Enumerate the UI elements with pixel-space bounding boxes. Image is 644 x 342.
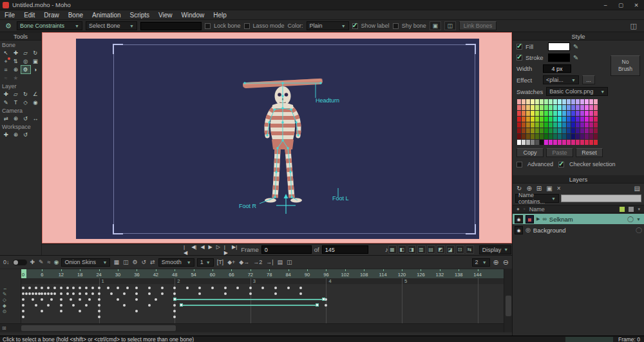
keyframe-dot[interactable] <box>161 287 164 289</box>
color-swatch[interactable] <box>571 134 575 139</box>
fill-color-swatch[interactable] <box>548 43 570 51</box>
view-swap-icon[interactable]: ⇆ <box>466 245 474 254</box>
color-swatch[interactable] <box>549 122 553 128</box>
keyframe-dot[interactable] <box>249 292 252 295</box>
keyframe-dot[interactable] <box>53 292 56 295</box>
color-swatch[interactable] <box>540 134 544 139</box>
keyframe-dot[interactable] <box>60 310 62 312</box>
keyframe-dot[interactable] <box>60 292 62 295</box>
range-endpoint[interactable] <box>316 303 319 307</box>
layer-color-chip[interactable] <box>620 207 625 212</box>
stroke-color-swatch[interactable] <box>548 53 570 62</box>
menu-scripts[interactable]: Scripts <box>126 10 155 20</box>
view-fill-icon[interactable]: ◪ <box>446 245 455 254</box>
color-swatch[interactable] <box>549 117 553 122</box>
eyedropper-tool-icon[interactable]: ◉ <box>31 99 40 106</box>
keyframe-dot[interactable] <box>41 292 43 295</box>
color-swatch[interactable] <box>544 140 548 145</box>
keyframe-dot[interactable] <box>22 316 24 318</box>
pan-tilt-camera-icon[interactable]: ↔ <box>31 115 40 122</box>
color-swatch[interactable] <box>531 122 535 128</box>
color-swatch[interactable] <box>594 105 598 110</box>
color-swatch[interactable] <box>585 122 589 128</box>
color-swatch[interactable] <box>553 122 557 128</box>
swatches-dropdown[interactable]: Basic Colors.png▼ <box>546 87 608 96</box>
keyframe-dot[interactable] <box>22 304 24 307</box>
color-swatch[interactable] <box>589 128 593 133</box>
color-swatch[interactable] <box>531 99 535 104</box>
view-rows-icon[interactable]: ▤ <box>427 245 435 254</box>
keyframe-dot[interactable] <box>85 292 88 295</box>
timeline-vertical-scrollbar[interactable] <box>504 269 512 332</box>
color-swatch[interactable] <box>526 122 530 128</box>
keyframe-dot[interactable] <box>60 304 62 307</box>
color-swatch[interactable] <box>531 140 535 145</box>
color-swatch[interactable] <box>567 117 571 122</box>
color-swatch[interactable] <box>576 99 580 104</box>
timeline-scale-dropdown[interactable]: 2▼ <box>472 258 490 267</box>
color-swatch[interactable] <box>589 134 593 139</box>
keyframe-dot[interactable] <box>261 287 264 289</box>
color-swatch[interactable] <box>535 140 539 145</box>
advanced-checkbox[interactable] <box>516 162 522 167</box>
select-bone-icon[interactable]: ↖ <box>1 49 10 57</box>
keyframe-dot[interactable] <box>186 287 189 289</box>
color-swatch[interactable] <box>526 99 530 104</box>
color-swatch[interactable] <box>580 128 584 133</box>
frame-skip-icon[interactable]: ◫ <box>122 259 129 265</box>
color-swatch[interactable] <box>585 111 589 116</box>
expand-arrow-icon[interactable]: ▶ <box>536 216 540 222</box>
color-swatch[interactable] <box>522 117 526 122</box>
color-swatch[interactable] <box>540 117 544 122</box>
keyframe-dot[interactable] <box>135 310 138 312</box>
layer-ring-icon[interactable]: ◯ <box>636 227 642 233</box>
color-swatch[interactable] <box>576 117 580 122</box>
keyframe-dot[interactable] <box>22 298 24 301</box>
view-corner-icon[interactable]: ◩ <box>437 245 445 254</box>
channel-icon[interactable]: ↔ <box>3 285 8 291</box>
add-bone-icon[interactable]: ⌖ <box>1 57 10 65</box>
checker-selection-checkbox[interactable] <box>558 162 564 167</box>
layer-row-selknam[interactable]: ◉▶∞Selknam◯▼ <box>513 214 644 224</box>
go-to-end-button[interactable]: ▶| <box>231 244 238 256</box>
keyframe-dot[interactable] <box>41 298 43 301</box>
color-swatch[interactable] <box>540 99 544 104</box>
keyframe-dot[interactable] <box>25 292 28 295</box>
keyframe-dot[interactable] <box>85 287 88 289</box>
keyframe-dot[interactable] <box>22 310 24 312</box>
keyframe-dot[interactable] <box>98 298 100 301</box>
maximize-icon[interactable]: ▢ <box>613 0 629 10</box>
keyframe-dot[interactable] <box>155 298 157 301</box>
zoom-out-icon[interactable]: ⊖ <box>502 258 509 267</box>
horizontal-scroll-thumb[interactable] <box>21 325 176 331</box>
pencil-channel-icon[interactable]: ✎ <box>38 259 44 265</box>
keyframe-dot[interactable] <box>126 287 129 289</box>
menu-help[interactable]: Help <box>209 10 231 20</box>
settings-gear-icon[interactable]: ⚙ <box>131 259 138 265</box>
timeline-horizontal-scrollbar[interactable]: ⊞ <box>0 323 504 332</box>
offset-bone-icon[interactable]: ⊕ <box>11 66 20 73</box>
keyframe-dot[interactable] <box>148 304 151 307</box>
goto-end-icon[interactable]: →| <box>265 259 274 265</box>
keyframe-dot[interactable] <box>35 287 37 289</box>
keyframe-dot[interactable] <box>110 292 113 295</box>
color-swatch[interactable] <box>531 117 535 122</box>
menu-edit[interactable]: Edit <box>19 10 39 20</box>
color-swatch[interactable] <box>544 111 548 116</box>
visibility-eye-icon[interactable]: ◉ <box>515 226 523 234</box>
split-view-icon[interactable]: ◫ <box>286 259 293 265</box>
keyframe-dot[interactable] <box>35 304 37 307</box>
keyframe-dot[interactable] <box>35 292 37 295</box>
color-swatch[interactable] <box>576 140 580 145</box>
layer-filter-input[interactable] <box>561 195 641 202</box>
keyframe-dot[interactable] <box>91 287 94 289</box>
color-swatch[interactable] <box>567 140 571 145</box>
keyframe-dot[interactable] <box>135 298 138 301</box>
keyframe-dot[interactable] <box>117 298 119 301</box>
color-swatch[interactable] <box>535 111 539 116</box>
zoom-workspace-icon[interactable]: ⊕ <box>11 131 20 138</box>
keyframe-dot[interactable] <box>32 292 34 295</box>
color-swatch[interactable] <box>576 134 580 139</box>
color-swatch[interactable] <box>567 99 571 104</box>
roll-camera-icon[interactable]: ↺ <box>21 115 30 122</box>
